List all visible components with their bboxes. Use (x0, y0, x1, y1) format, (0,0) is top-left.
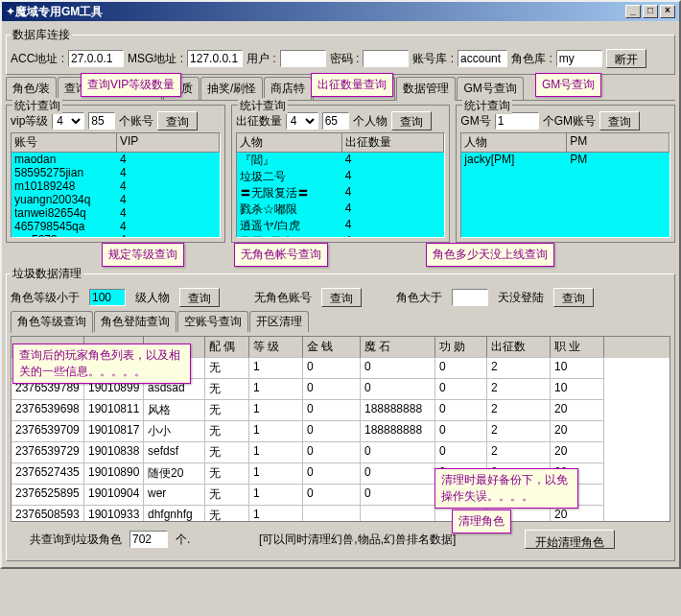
titlebar[interactable]: ✦ 魔域专用GM工具 _ □ × (2, 2, 679, 21)
garbage-legend: 垃圾数据清理 (11, 266, 83, 282)
callout-offline: 角色多少天没上线查询 (426, 243, 554, 267)
grid-col-header[interactable]: 金 钱 (303, 337, 361, 358)
vip-count-input[interactable] (88, 112, 115, 130)
grid-col-header[interactable]: 职 业 (551, 337, 604, 358)
total-label: 共查询到垃圾角色 (30, 532, 122, 548)
msg-input[interactable] (187, 50, 243, 67)
footer-note: [可以同时清理幻兽,物品,幻兽排名数据] (198, 532, 517, 548)
panel-gm-legend: 统计查询 (462, 98, 512, 114)
msg-label: MSG地址 : (128, 51, 183, 67)
grid-col-header[interactable]: 配 偶 (205, 337, 249, 358)
app-icon: ✦ (6, 5, 15, 18)
vip-unit: 个账号 (119, 113, 153, 130)
list-item[interactable]: 58595275jian4 (12, 166, 220, 179)
table-row[interactable]: 237653970919010817小小无101888888880220 (12, 421, 669, 442)
acc-input[interactable] (68, 50, 124, 67)
gt-query-button[interactable]: 查询 (553, 288, 594, 307)
list-item[interactable]: yuangn20034q4 (12, 193, 220, 206)
list-item[interactable]: m101892484 (12, 179, 220, 193)
subtab-level[interactable]: 角色等级查询 (11, 311, 93, 333)
list-item[interactable]: 戮杀☆嘟限4 (237, 201, 445, 218)
exp-col-count[interactable]: 出征数量 (342, 133, 445, 152)
acct-input[interactable] (458, 50, 507, 67)
gm-query-button[interactable]: 查询 (599, 111, 640, 130)
panel-expedition: 统计查询 出征数量 4 个人物 查询 人物出征数量 『閻』4垃圾二号4〓无限复活… (231, 105, 451, 243)
grid-col-header[interactable]: 功 勋 (435, 337, 487, 358)
list-item[interactable]: jacky[PM]PM (461, 153, 669, 166)
exp-listview[interactable]: 人物出征数量 『閻』4垃圾二号4〓无限复活〓4戮杀☆嘟限4逍遥ヤ/白虎4风雪V无… (236, 132, 446, 238)
content-area: 数据库连接 ACC地址 : MSG地址 : 用户 : 密码 : 账号库 : 角色… (2, 21, 679, 567)
exp-query-button[interactable]: 查询 (391, 111, 432, 130)
total-input[interactable] (129, 531, 168, 548)
vip-level-select[interactable]: 4 (52, 112, 84, 130)
lvl-query-button[interactable]: 查询 (179, 288, 220, 307)
lvl-lt-input[interactable] (89, 289, 126, 306)
close-button[interactable]: × (660, 5, 675, 18)
table-row[interactable]: 237653969819010811风格无101888888880220 (12, 400, 669, 421)
list-item[interactable]: 『閻』4 (237, 153, 445, 169)
pwd-label: 密码 : (330, 51, 360, 67)
acc-label: ACC地址 : (11, 51, 64, 67)
grid-col-header[interactable]: 魔 石 (361, 337, 435, 358)
tab-shop[interactable]: 商店特 (264, 77, 312, 100)
tab-gm[interactable]: GM号查询 (457, 77, 523, 100)
user-label: 用户 : (247, 51, 276, 67)
list-item[interactable]: 〓无限复活〓4 (237, 185, 445, 201)
maximize-button[interactable]: □ (643, 5, 658, 18)
vip-col-account[interactable]: 账号 (12, 133, 117, 152)
tab-lottery[interactable]: 抽奖/刷怪 (200, 77, 263, 100)
gm-col-pm[interactable]: PM (567, 133, 669, 152)
pwd-input[interactable] (363, 50, 409, 67)
total-unit: 个. (176, 532, 190, 548)
role-input[interactable] (556, 50, 602, 67)
grid-col-header[interactable]: 等 级 (249, 337, 303, 358)
window-title: 魔域专用GM工具 (15, 4, 625, 20)
list-item[interactable]: 垃圾二号4 (237, 169, 445, 185)
table-row[interactable]: 237653972919010838sefdsf无1000220 (12, 442, 669, 463)
gm-listview[interactable]: 人物PM jacky[PM]PM (460, 132, 670, 238)
gm-count-input[interactable] (495, 112, 539, 130)
garbage-subtabs: 角色等级查询 角色登陆查询 空账号查询 开区清理 (11, 311, 670, 332)
list-item[interactable]: yzs5273qa4 (12, 233, 220, 238)
list-item[interactable]: 风雪V无痕4 (237, 234, 445, 238)
list-item[interactable]: 465798545qa4 (12, 220, 220, 233)
user-input[interactable] (280, 50, 326, 67)
callout-out: 出征数量查询 (311, 73, 393, 97)
gt-label: 角色大于 (396, 290, 442, 306)
list-item[interactable]: 逍遥ヤ/白虎4 (237, 218, 445, 234)
callout-vip: 查询VIP等级数量 (81, 73, 181, 97)
vip-query-button[interactable]: 查询 (157, 111, 198, 130)
callout-cleanbtn: 清理角色 (452, 509, 511, 533)
minimize-button[interactable]: _ (625, 5, 641, 18)
tab-data-mgmt[interactable]: 数据管理 (396, 77, 456, 101)
tab-role-eq[interactable]: 角色/装 (6, 77, 57, 100)
disconnect-button[interactable]: 断开 (606, 49, 646, 68)
exp-col-char[interactable]: 人物 (237, 133, 342, 152)
exp-unit: 个人物 (353, 113, 387, 130)
exp-select[interactable]: 4 (286, 112, 318, 130)
lvl-lt-label: 角色等级小于 (11, 290, 80, 306)
subtab-empty[interactable]: 空账号查询 (177, 311, 248, 332)
noacct-query-button[interactable]: 查询 (321, 288, 362, 307)
subtab-open[interactable]: 开区清理 (249, 311, 309, 332)
gm-col-char[interactable]: 人物 (461, 133, 567, 152)
grid-col-header[interactable]: 出征数 (487, 337, 551, 358)
callout-gm: GM号查询 (535, 73, 601, 97)
db-connection-group: 数据库连接 ACC地址 : MSG地址 : 用户 : 密码 : 账号库 : 角色… (6, 27, 675, 75)
vip-col-vip[interactable]: VIP (117, 133, 220, 152)
list-item[interactable]: tanwei82654q4 (12, 206, 220, 220)
list-item[interactable]: maodan4 (12, 153, 220, 166)
db-connection-legend: 数据库连接 (11, 27, 72, 43)
garbage-group: 垃圾数据清理 角色等级小于 级人物 查询 无角色账号 查询 角色大于 天没登陆 … (6, 266, 675, 561)
vip-level-label: vip等级 (11, 113, 48, 130)
vip-listview[interactable]: 账号VIP maodan458595275jian4m101892484yuan… (11, 132, 221, 238)
role-label: 角色库 : (511, 51, 552, 67)
exp-count-input[interactable] (322, 112, 349, 130)
start-clean-button[interactable]: 开始清理角色 (525, 530, 615, 549)
gm-label: GM号 (460, 113, 490, 130)
gt-unit: 天没登陆 (498, 290, 544, 306)
panel-vip-legend: 统计查询 (12, 98, 62, 114)
subtab-login[interactable]: 角色登陆查询 (94, 311, 176, 332)
gt-input[interactable] (452, 289, 488, 306)
exp-label: 出征数量 (236, 113, 282, 130)
